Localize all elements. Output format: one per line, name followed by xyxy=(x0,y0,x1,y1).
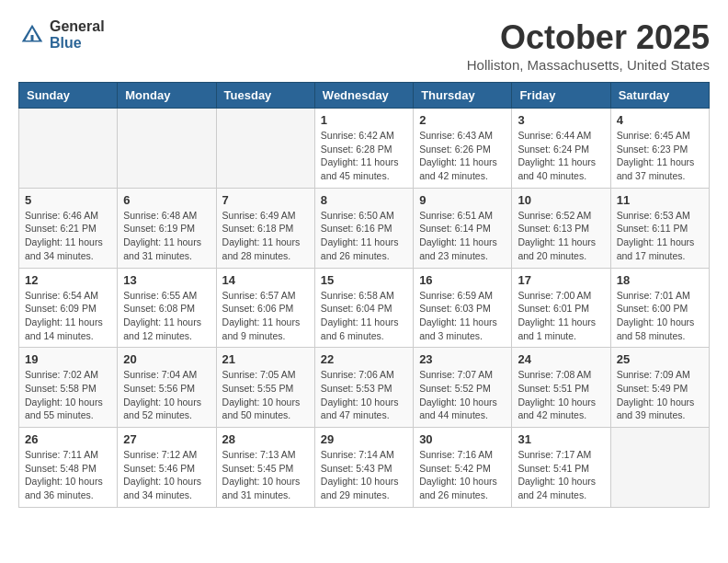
day-number: 16 xyxy=(419,273,506,287)
day-number: 20 xyxy=(123,352,210,366)
day-info: Sunrise: 7:00 AM Sunset: 6:01 PM Dayligh… xyxy=(518,289,604,343)
day-header-thursday: Thursday xyxy=(414,83,512,109)
day-number: 3 xyxy=(518,113,604,127)
calendar-cell: 14Sunrise: 6:57 AM Sunset: 6:06 PM Dayli… xyxy=(216,268,314,348)
day-number: 15 xyxy=(321,273,407,287)
day-info: Sunrise: 6:58 AM Sunset: 6:04 PM Dayligh… xyxy=(321,289,407,343)
title-area: October 2025 Holliston, Massachusetts, U… xyxy=(467,18,710,73)
calendar-cell: 1Sunrise: 6:42 AM Sunset: 6:28 PM Daylig… xyxy=(314,109,413,189)
day-info: Sunrise: 6:55 AM Sunset: 6:08 PM Dayligh… xyxy=(123,289,210,343)
day-info: Sunrise: 7:07 AM Sunset: 5:52 PM Dayligh… xyxy=(419,368,506,422)
day-number: 18 xyxy=(617,273,703,287)
calendar-cell: 9Sunrise: 6:51 AM Sunset: 6:14 PM Daylig… xyxy=(414,188,512,268)
day-number: 8 xyxy=(321,193,407,207)
day-number: 21 xyxy=(222,352,309,366)
day-number: 29 xyxy=(321,432,407,446)
logo: General Blue xyxy=(18,18,105,51)
day-info: Sunrise: 6:57 AM Sunset: 6:06 PM Dayligh… xyxy=(222,289,309,343)
calendar-cell: 22Sunrise: 7:06 AM Sunset: 5:53 PM Dayli… xyxy=(314,348,413,428)
calendar-cell: 3Sunrise: 6:44 AM Sunset: 6:24 PM Daylig… xyxy=(512,109,610,189)
calendar-cell: 5Sunrise: 6:46 AM Sunset: 6:21 PM Daylig… xyxy=(19,188,118,268)
day-number: 6 xyxy=(123,193,210,207)
calendar-cell: 19Sunrise: 7:02 AM Sunset: 5:58 PM Dayli… xyxy=(19,348,118,428)
calendar-week-row: 19Sunrise: 7:02 AM Sunset: 5:58 PM Dayli… xyxy=(19,348,710,428)
calendar-cell: 15Sunrise: 6:58 AM Sunset: 6:04 PM Dayli… xyxy=(314,268,413,348)
calendar-cell xyxy=(216,109,314,189)
day-number: 23 xyxy=(419,352,506,366)
day-info: Sunrise: 6:53 AM Sunset: 6:11 PM Dayligh… xyxy=(617,209,703,263)
day-info: Sunrise: 7:17 AM Sunset: 5:41 PM Dayligh… xyxy=(518,448,604,502)
day-info: Sunrise: 7:01 AM Sunset: 6:00 PM Dayligh… xyxy=(617,289,703,343)
calendar-cell: 21Sunrise: 7:05 AM Sunset: 5:55 PM Dayli… xyxy=(216,348,314,428)
day-info: Sunrise: 6:42 AM Sunset: 6:28 PM Dayligh… xyxy=(321,129,407,183)
day-info: Sunrise: 7:02 AM Sunset: 5:58 PM Dayligh… xyxy=(25,368,111,422)
calendar-cell: 16Sunrise: 6:59 AM Sunset: 6:03 PM Dayli… xyxy=(414,268,512,348)
calendar-cell: 13Sunrise: 6:55 AM Sunset: 6:08 PM Dayli… xyxy=(118,268,216,348)
day-info: Sunrise: 7:11 AM Sunset: 5:48 PM Dayligh… xyxy=(25,448,111,502)
calendar-cell xyxy=(610,428,709,508)
day-info: Sunrise: 7:13 AM Sunset: 5:45 PM Dayligh… xyxy=(222,448,309,502)
calendar-cell: 6Sunrise: 6:48 AM Sunset: 6:19 PM Daylig… xyxy=(118,188,216,268)
day-info: Sunrise: 6:48 AM Sunset: 6:19 PM Dayligh… xyxy=(123,209,210,263)
calendar-cell: 26Sunrise: 7:11 AM Sunset: 5:48 PM Dayli… xyxy=(19,428,118,508)
calendar-cell: 7Sunrise: 6:49 AM Sunset: 6:18 PM Daylig… xyxy=(216,188,314,268)
day-info: Sunrise: 6:50 AM Sunset: 6:16 PM Dayligh… xyxy=(321,209,407,263)
calendar-cell: 10Sunrise: 6:52 AM Sunset: 6:13 PM Dayli… xyxy=(512,188,610,268)
day-info: Sunrise: 6:51 AM Sunset: 6:14 PM Dayligh… xyxy=(419,209,506,263)
day-header-sunday: Sunday xyxy=(19,83,118,109)
day-info: Sunrise: 7:04 AM Sunset: 5:56 PM Dayligh… xyxy=(123,368,210,422)
calendar-cell: 25Sunrise: 7:09 AM Sunset: 5:49 PM Dayli… xyxy=(610,348,709,428)
day-number: 4 xyxy=(617,113,703,127)
logo-icon xyxy=(18,21,46,49)
day-info: Sunrise: 7:09 AM Sunset: 5:49 PM Dayligh… xyxy=(617,368,703,422)
day-header-wednesday: Wednesday xyxy=(314,83,413,109)
month-title: October 2025 xyxy=(467,18,710,57)
calendar-cell: 11Sunrise: 6:53 AM Sunset: 6:11 PM Dayli… xyxy=(610,188,709,268)
day-info: Sunrise: 7:14 AM Sunset: 5:43 PM Dayligh… xyxy=(321,448,407,502)
calendar-cell xyxy=(118,109,216,189)
day-info: Sunrise: 6:44 AM Sunset: 6:24 PM Dayligh… xyxy=(518,129,604,183)
day-number: 25 xyxy=(617,352,703,366)
day-number: 7 xyxy=(222,193,309,207)
calendar-cell: 27Sunrise: 7:12 AM Sunset: 5:46 PM Dayli… xyxy=(118,428,216,508)
calendar-cell: 17Sunrise: 7:00 AM Sunset: 6:01 PM Dayli… xyxy=(512,268,610,348)
calendar-cell: 28Sunrise: 7:13 AM Sunset: 5:45 PM Dayli… xyxy=(216,428,314,508)
calendar-cell: 24Sunrise: 7:08 AM Sunset: 5:51 PM Dayli… xyxy=(512,348,610,428)
calendar-cell: 31Sunrise: 7:17 AM Sunset: 5:41 PM Dayli… xyxy=(512,428,610,508)
calendar-cell xyxy=(19,109,118,189)
day-number: 1 xyxy=(321,113,407,127)
day-number: 2 xyxy=(419,113,506,127)
day-number: 24 xyxy=(518,352,604,366)
day-number: 9 xyxy=(419,193,506,207)
day-info: Sunrise: 7:05 AM Sunset: 5:55 PM Dayligh… xyxy=(222,368,309,422)
calendar-cell: 8Sunrise: 6:50 AM Sunset: 6:16 PM Daylig… xyxy=(314,188,413,268)
calendar-cell: 29Sunrise: 7:14 AM Sunset: 5:43 PM Dayli… xyxy=(314,428,413,508)
logo-general-text: General xyxy=(50,18,105,35)
calendar-week-row: 5Sunrise: 6:46 AM Sunset: 6:21 PM Daylig… xyxy=(19,188,710,268)
calendar-cell: 4Sunrise: 6:45 AM Sunset: 6:23 PM Daylig… xyxy=(610,109,709,189)
day-info: Sunrise: 6:46 AM Sunset: 6:21 PM Dayligh… xyxy=(25,209,111,263)
calendar-cell: 30Sunrise: 7:16 AM Sunset: 5:42 PM Dayli… xyxy=(414,428,512,508)
day-number: 5 xyxy=(25,193,111,207)
location: Holliston, Massachusetts, United States xyxy=(467,57,710,73)
day-info: Sunrise: 7:16 AM Sunset: 5:42 PM Dayligh… xyxy=(419,448,506,502)
calendar-week-row: 12Sunrise: 6:54 AM Sunset: 6:09 PM Dayli… xyxy=(19,268,710,348)
day-header-friday: Friday xyxy=(512,83,610,109)
calendar-week-row: 26Sunrise: 7:11 AM Sunset: 5:48 PM Dayli… xyxy=(19,428,710,508)
calendar-cell: 12Sunrise: 6:54 AM Sunset: 6:09 PM Dayli… xyxy=(19,268,118,348)
day-info: Sunrise: 6:49 AM Sunset: 6:18 PM Dayligh… xyxy=(222,209,309,263)
day-number: 11 xyxy=(617,193,703,207)
day-info: Sunrise: 7:12 AM Sunset: 5:46 PM Dayligh… xyxy=(123,448,210,502)
day-info: Sunrise: 6:45 AM Sunset: 6:23 PM Dayligh… xyxy=(617,129,703,183)
day-number: 19 xyxy=(25,352,111,366)
calendar-table: SundayMondayTuesdayWednesdayThursdayFrid… xyxy=(18,82,710,508)
day-header-tuesday: Tuesday xyxy=(216,83,314,109)
day-number: 12 xyxy=(25,273,111,287)
day-header-monday: Monday xyxy=(118,83,216,109)
day-number: 13 xyxy=(123,273,210,287)
calendar-cell: 2Sunrise: 6:43 AM Sunset: 6:26 PM Daylig… xyxy=(414,109,512,189)
day-info: Sunrise: 6:52 AM Sunset: 6:13 PM Dayligh… xyxy=(518,209,604,263)
calendar-week-row: 1Sunrise: 6:42 AM Sunset: 6:28 PM Daylig… xyxy=(19,109,710,189)
day-number: 22 xyxy=(321,352,407,366)
day-number: 14 xyxy=(222,273,309,287)
